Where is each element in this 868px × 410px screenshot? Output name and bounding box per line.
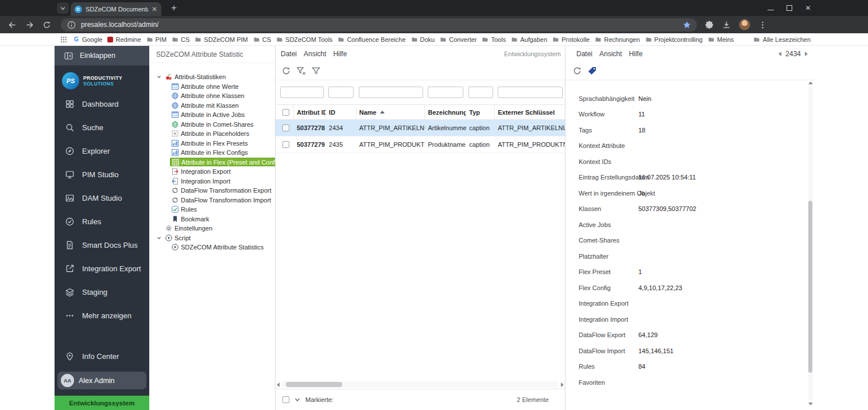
- horizontal-scrollbar[interactable]: [277, 381, 564, 388]
- filter-input-typ[interactable]: [468, 87, 493, 98]
- sidebar-item-pim-studio[interactable]: PIM Studio: [55, 163, 149, 186]
- scroll-up-icon[interactable]: [808, 81, 813, 84]
- back-button[interactable]: [7, 20, 17, 30]
- footer-checkbox[interactable]: [282, 396, 289, 403]
- user-menu[interactable]: AA Alex Admin: [57, 372, 146, 389]
- tree-item-script-child[interactable]: SDZeCOM Attribute Statistics: [149, 243, 275, 252]
- menu-datei[interactable]: Datei: [576, 50, 592, 58]
- table-row[interactable]: 50377279 2435 ATTR_PIM_PRODUKTNAME Produ…: [276, 136, 565, 153]
- sidebar-item-smart-docs-plus[interactable]: Smart Docs Plus: [55, 233, 149, 257]
- sidebar-item-dashboard[interactable]: Dashboard: [55, 92, 149, 116]
- tree-item[interactable]: Attribute mit Klassen: [149, 101, 275, 111]
- sidebar-item-suche[interactable]: Suche: [55, 116, 149, 139]
- sidebar-collapse-button[interactable]: Einklappen: [55, 46, 149, 65]
- new-tab-button[interactable]: +: [168, 2, 180, 14]
- menu-datei[interactable]: Datei: [281, 50, 297, 58]
- refresh-icon[interactable]: [572, 66, 582, 76]
- column-header-externer-schluessel[interactable]: Externer Schlüssel: [495, 105, 565, 119]
- sidebar-item-rules[interactable]: Rules: [55, 210, 149, 233]
- sidebar-item-staging[interactable]: Staging: [55, 280, 149, 304]
- column-header-name[interactable]: Name: [356, 105, 425, 119]
- sidebar-item-info-center[interactable]: Info Center: [55, 345, 149, 368]
- bookmark-folder[interactable]: PIM: [146, 36, 167, 43]
- vertical-scrollbar[interactable]: [808, 81, 813, 405]
- tree-item-einstellungen[interactable]: Einstellungen: [149, 224, 275, 233]
- extensions-icon[interactable]: [704, 20, 714, 30]
- bookmark-folder[interactable]: Protokolle: [552, 36, 590, 43]
- tree-item[interactable]: Bookmark: [149, 214, 275, 224]
- bookmark-folder[interactable]: Doku: [411, 36, 435, 43]
- bookmark-folder[interactable]: Rechnungen: [595, 36, 640, 43]
- chevron-down-icon[interactable]: [157, 236, 161, 240]
- tree-item[interactable]: DataFlow Transformation Import: [149, 196, 275, 205]
- bookmark-folder[interactable]: Tools: [482, 36, 506, 43]
- apps-grid-icon[interactable]: [60, 36, 68, 44]
- row-checkbox[interactable]: [282, 124, 289, 131]
- filter-input-name[interactable]: [359, 87, 423, 98]
- column-header-bezeichnung[interactable]: Bezeichnung: [425, 105, 466, 119]
- menu-hilfe[interactable]: Hilfe: [629, 50, 642, 58]
- scroll-down-icon[interactable]: [808, 403, 813, 405]
- url-bar[interactable]: presales.localhost/admin/: [61, 18, 697, 32]
- bookmark-folder[interactable]: Projektcontrolling: [645, 36, 703, 43]
- tree-item[interactable]: DataFlow Transformation Export: [149, 186, 275, 196]
- table-row[interactable]: 50377278 2434 ATTR_PIM_ARTIKELNUMMER Art…: [276, 120, 565, 136]
- refresh-icon[interactable]: [281, 66, 291, 76]
- tree-item[interactable]: Integration Import: [149, 177, 275, 186]
- tree-root-attribut-statistiken[interactable]: Attribut-Statistiken: [149, 72, 275, 82]
- scrollbar-thumb[interactable]: [286, 382, 342, 387]
- select-all-checkbox[interactable]: [282, 109, 289, 116]
- bookmark-folder[interactable]: SDZeCOM Tools: [276, 36, 332, 43]
- tree-item[interactable]: Attribute in Comet-Shares: [149, 120, 275, 130]
- tree-item[interactable]: Attribute ohne Werte: [149, 82, 275, 92]
- previous-record-icon[interactable]: [778, 52, 781, 56]
- profile-avatar[interactable]: [739, 19, 750, 30]
- all-bookmarks-button[interactable]: Alle Lesezeichen: [753, 36, 811, 43]
- tree-item[interactable]: Attribute ohne Klassen: [149, 91, 275, 101]
- bookmark-item[interactable]: GGoogle: [73, 36, 102, 43]
- scroll-right-icon[interactable]: [561, 382, 564, 387]
- maximize-button[interactable]: [786, 5, 792, 11]
- bookmark-folder[interactable]: CS: [172, 36, 189, 43]
- sidebar-item-mehr-anzeigen[interactable]: Mehr anzeigen: [55, 304, 149, 327]
- chevron-down-icon[interactable]: [157, 75, 161, 79]
- tree-item[interactable]: Attribute in Active Jobs: [149, 110, 275, 120]
- sidebar-item-explorer[interactable]: Explorer: [55, 139, 149, 163]
- sidebar-item-integration-export[interactable]: Integration Export: [55, 257, 149, 280]
- column-header-attribut-id[interactable]: Attribut ID: [294, 105, 326, 119]
- site-info-icon[interactable]: [67, 20, 76, 30]
- forward-button[interactable]: [25, 20, 34, 30]
- bookmark-item[interactable]: Redmine: [107, 36, 141, 43]
- bookmark-folder[interactable]: Confluence Bereiche: [338, 36, 405, 43]
- sidebar-item-dam-studio[interactable]: DAM Studio: [55, 186, 149, 210]
- tag-icon[interactable]: [587, 66, 597, 76]
- browser-menu-icon[interactable]: [758, 20, 768, 30]
- close-button[interactable]: ✕: [804, 5, 812, 12]
- column-header-typ[interactable]: Typ: [466, 105, 495, 119]
- menu-ansicht[interactable]: Ansicht: [599, 50, 622, 58]
- bookmark-star-icon[interactable]: [683, 21, 691, 29]
- browser-tab[interactable]: C SDZeCOM Documentation ✕: [71, 2, 161, 16]
- tree-item-script[interactable]: Script: [149, 233, 275, 243]
- scrollbar-thumb[interactable]: [808, 201, 812, 373]
- chevron-down-icon[interactable]: [294, 396, 301, 403]
- next-record-icon[interactable]: [805, 52, 808, 56]
- tree-item[interactable]: Integration Export: [149, 167, 275, 177]
- tab-close-icon[interactable]: ✕: [152, 6, 157, 13]
- tree-item[interactable]: Attribute in Placeholders: [149, 129, 275, 139]
- bookmark-folder[interactable]: SDZeCOM PIM: [195, 36, 247, 43]
- column-header-id[interactable]: ID: [326, 105, 356, 119]
- reload-button[interactable]: [42, 20, 52, 30]
- tree-item-selected[interactable]: Attribute in Flex (Preset and Config): [149, 158, 275, 167]
- menu-ansicht[interactable]: Ansicht: [304, 50, 326, 58]
- filter-input-externer-schluessel[interactable]: [498, 87, 563, 98]
- filter-icon[interactable]: [311, 66, 321, 76]
- tab-search-button[interactable]: [57, 2, 69, 14]
- row-checkbox[interactable]: [282, 141, 289, 148]
- filter-input-attribut-id[interactable]: [280, 87, 324, 98]
- downloads-icon[interactable]: [722, 20, 731, 30]
- clear-filter-icon[interactable]: [296, 66, 306, 76]
- filter-input-id[interactable]: [328, 87, 354, 98]
- tree-item[interactable]: Attribute in Flex Configs: [149, 148, 275, 158]
- bookmark-folder[interactable]: CS: [253, 36, 271, 43]
